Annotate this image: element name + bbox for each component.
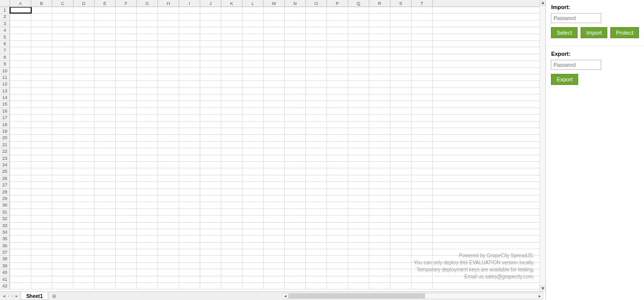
cell[interactable] [31,135,52,141]
cell[interactable] [137,223,158,229]
cell[interactable] [73,34,95,40]
cell[interactable] [179,189,200,195]
cell[interactable] [95,74,116,80]
cell[interactable] [52,34,73,40]
cell[interactable] [264,168,285,174]
cell[interactable] [52,189,73,195]
cell[interactable] [200,202,221,208]
cell[interactable] [200,189,221,195]
cell[interactable] [306,68,327,74]
cell[interactable] [179,94,200,101]
row-header[interactable]: 13 [0,88,10,94]
cell[interactable] [200,14,221,20]
cell[interactable] [327,276,348,282]
cell[interactable] [95,54,116,60]
cell[interactable] [348,195,369,202]
cell[interactable] [200,195,221,202]
cell[interactable] [327,14,348,20]
cell[interactable] [369,101,390,107]
row-header[interactable]: 37 [0,249,10,255]
cell[interactable] [200,269,221,275]
cell[interactable] [31,94,52,101]
cell[interactable] [179,202,200,208]
cell[interactable] [179,88,200,94]
cell[interactable] [243,263,264,269]
cell[interactable] [137,81,158,87]
cell[interactable] [52,249,73,255]
cell[interactable] [221,249,243,255]
cell[interactable] [95,27,116,33]
cell[interactable] [179,168,200,174]
cell[interactable] [52,61,73,67]
cell[interactable] [10,263,31,269]
cell[interactable] [327,135,348,141]
column-header[interactable]: M [264,0,285,7]
cell[interactable] [116,155,137,161]
cell[interactable] [73,21,95,27]
cell[interactable] [369,14,390,20]
cell[interactable] [369,108,390,114]
cell[interactable] [137,115,158,121]
row-header[interactable]: 1 [0,7,10,13]
cell[interactable] [52,128,73,134]
cell[interactable] [31,256,52,262]
row-header[interactable]: 6 [0,41,10,47]
cell[interactable] [369,195,390,202]
cell[interactable] [221,94,243,101]
cell[interactable] [116,81,137,87]
cell[interactable] [327,283,348,289]
cell[interactable] [412,27,433,33]
cell[interactable] [285,101,306,107]
cell[interactable] [52,135,73,141]
cell[interactable] [327,94,348,101]
cell[interactable] [412,47,433,53]
cell[interactable] [221,68,243,74]
tab-first-icon[interactable]: ◄ [2,294,6,298]
cell[interactable] [369,115,390,121]
cell[interactable] [73,189,95,195]
cell[interactable] [137,189,158,195]
cell[interactable] [390,81,412,87]
cell[interactable] [137,88,158,94]
cell[interactable] [348,61,369,67]
cell[interactable] [200,168,221,174]
cell[interactable] [137,249,158,255]
cell[interactable] [243,94,264,101]
cell[interactable] [412,54,433,60]
cell[interactable] [95,202,116,208]
cell[interactable] [10,115,31,121]
cell[interactable] [73,128,95,134]
cell[interactable] [264,283,285,289]
cell[interactable] [390,101,412,107]
cell[interactable] [390,74,412,80]
cell[interactable] [306,47,327,53]
row-header[interactable]: 3 [0,21,10,27]
cell[interactable] [306,175,327,181]
cell[interactable] [306,243,327,249]
cell[interactable] [264,47,285,53]
cell[interactable] [116,202,137,208]
cell[interactable] [285,243,306,249]
cell[interactable] [221,81,243,87]
cell[interactable] [327,54,348,60]
cell[interactable] [221,229,243,235]
cell[interactable] [137,182,158,188]
cell[interactable] [327,182,348,188]
cell[interactable] [73,249,95,255]
cell[interactable] [95,256,116,262]
cell[interactable] [31,122,52,128]
import-button[interactable]: Import [581,27,607,38]
cell[interactable] [179,41,200,47]
cell[interactable] [264,34,285,40]
cell[interactable] [52,243,73,249]
row-header[interactable]: 5 [0,34,10,40]
cell[interactable] [285,256,306,262]
cell[interactable] [243,243,264,249]
cell[interactable] [285,81,306,87]
cell[interactable] [31,202,52,208]
cell[interactable] [116,142,137,148]
cell[interactable] [31,88,52,94]
cell[interactable] [179,115,200,121]
column-header[interactable]: A [10,0,31,7]
cell[interactable] [10,94,31,101]
